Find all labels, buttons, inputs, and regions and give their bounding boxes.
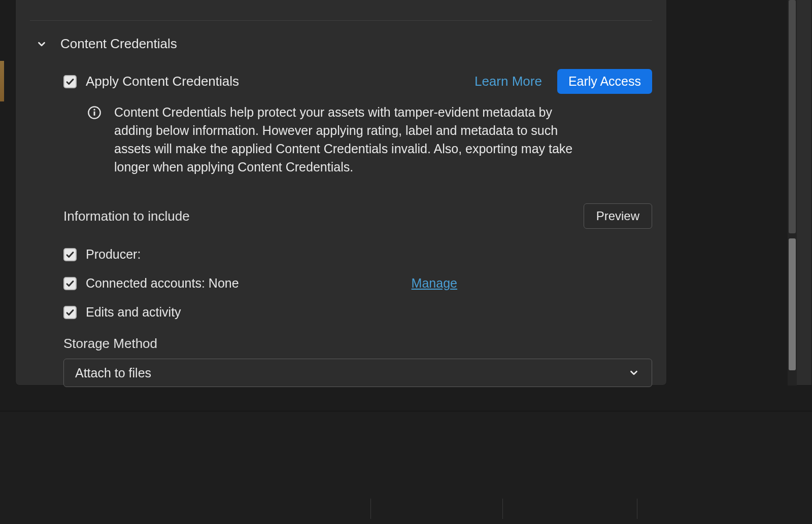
bottom-separator [370,499,371,519]
preview-button[interactable]: Preview [584,203,652,229]
storage-method-dropdown[interactable]: Attach to files [63,359,652,387]
panel-right-edge [797,0,812,386]
scrollbar-track[interactable] [788,0,797,386]
manage-link[interactable]: Manage [412,276,457,291]
bottom-strip [0,411,812,524]
apply-row: Apply Content Credentials Learn More Ear… [63,69,652,94]
scrollbar-thumb[interactable] [789,0,796,233]
apply-checkbox[interactable] [63,75,77,88]
producer-checkbox[interactable] [63,248,77,261]
svg-point-2 [93,109,95,111]
include-item-edits-activity: Edits and activity [63,298,652,327]
bottom-separator [502,499,503,519]
section-title: Content Credentials [60,36,177,52]
early-access-badge[interactable]: Early Access [557,69,652,94]
edits-activity-checkbox[interactable] [63,306,77,319]
content-credentials-section: Content Credentials Apply Content Creden… [30,21,652,387]
chevron-down-icon [627,366,640,379]
connected-accounts-label: Connected accounts: None [86,276,239,291]
include-header-row: Information to include Preview [63,176,652,229]
bottom-separator [637,499,637,519]
info-icon [87,105,102,120]
include-list: Producer: Connected accounts: None Manag… [63,229,652,327]
producer-label: Producer: [86,247,141,262]
section-header[interactable]: Content Credentials [30,36,652,52]
include-title: Information to include [63,208,190,224]
info-text: Content Credentials help protect your as… [114,103,586,176]
content-credentials-panel: Content Credentials Apply Content Creden… [15,0,667,386]
storage-method-label: Storage Method [63,327,652,359]
learn-more-link[interactable]: Learn More [475,74,542,89]
include-item-connected-accounts: Connected accounts: None Manage [63,269,652,298]
connected-accounts-checkbox[interactable] [63,277,77,290]
edits-activity-label: Edits and activity [86,305,181,320]
chevron-down-icon[interactable] [34,37,49,52]
scrollbar-thumb[interactable] [789,238,796,370]
storage-method-value: Attach to files [75,366,151,380]
left-edge-sliver [0,61,4,101]
include-item-producer: Producer: [63,240,652,269]
info-row: Content Credentials help protect your as… [63,94,652,176]
apply-label: Apply Content Credentials [86,74,239,89]
